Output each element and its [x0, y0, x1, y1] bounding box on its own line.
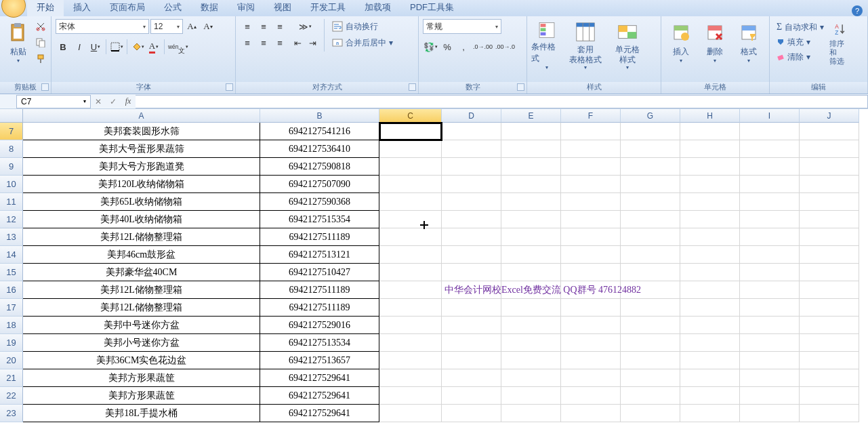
cell-E23[interactable] — [501, 405, 561, 422]
fill-button[interactable]: 填充▾ — [774, 35, 827, 49]
cell-B23[interactable]: 6942127529641 — [260, 405, 379, 422]
cell-J14[interactable] — [800, 246, 859, 264]
office-button[interactable] — [1, 0, 26, 18]
cell-F11[interactable] — [561, 193, 621, 211]
cell-B22[interactable]: 6942127529641 — [260, 387, 379, 405]
cell-E9[interactable] — [501, 158, 561, 176]
cell-A8[interactable]: 美邦大号蛋形果蔬筛 — [23, 140, 260, 158]
font-color-button[interactable]: A▾ — [146, 39, 161, 54]
cell-B11[interactable]: 6942127590368 — [260, 193, 379, 211]
fill-color-button[interactable]: ▾ — [130, 39, 145, 54]
grow-font-button[interactable]: A▴ — [184, 19, 199, 34]
cell-C16[interactable] — [379, 281, 442, 299]
cell-C11[interactable] — [379, 193, 442, 211]
cell-F20[interactable] — [561, 352, 621, 369]
font-name-combo[interactable]: 宋体▾ — [56, 19, 149, 34]
cell-I12[interactable] — [740, 211, 800, 228]
cell-F15[interactable] — [561, 264, 621, 281]
sort-filter-button[interactable]: AZ排序和 筛选 — [829, 19, 850, 70]
border-button[interactable]: ▾ — [109, 39, 124, 54]
cell-F18[interactable] — [561, 317, 621, 334]
cell-F22[interactable] — [561, 387, 621, 405]
row-head-22[interactable]: 22 — [0, 387, 23, 405]
cell-E7[interactable] — [501, 123, 561, 140]
cell-J11[interactable] — [800, 193, 859, 211]
col-head-D[interactable]: D — [442, 109, 501, 123]
cell-J9[interactable] — [800, 158, 859, 176]
shrink-font-button[interactable]: A▾ — [201, 19, 215, 34]
cell-E15[interactable] — [501, 264, 561, 281]
cell-J17[interactable] — [800, 299, 859, 317]
cell-J23[interactable] — [800, 405, 859, 422]
cell-B9[interactable]: 6942127590818 — [260, 158, 379, 176]
cell-H13[interactable] — [680, 228, 740, 246]
cell-J12[interactable] — [800, 211, 859, 228]
cell-C10[interactable] — [379, 176, 442, 193]
cell-F23[interactable] — [561, 405, 621, 422]
align-center-button[interactable]: ≡ — [256, 35, 271, 50]
cell-C15[interactable] — [379, 264, 442, 281]
cell-H19[interactable] — [680, 334, 740, 352]
orientation-button[interactable]: ≫▾ — [290, 19, 320, 34]
cell-G15[interactable] — [621, 264, 680, 281]
cell-C14[interactable] — [379, 246, 442, 264]
merge-center-button[interactable]: a合并后居中▾ — [329, 35, 403, 50]
cell-D17[interactable] — [442, 299, 501, 317]
cell-I23[interactable] — [740, 405, 800, 422]
cell-C22[interactable] — [379, 387, 442, 405]
cell-G19[interactable] — [621, 334, 680, 352]
cell-F9[interactable] — [561, 158, 621, 176]
cell-D20[interactable] — [442, 352, 501, 369]
cell-G20[interactable] — [621, 352, 680, 369]
row-head-21[interactable]: 21 — [0, 369, 23, 387]
increase-decimal-button[interactable]: .0→.00 — [472, 39, 493, 54]
wrap-text-button[interactable]: 自动换行 — [329, 19, 403, 34]
cell-J16[interactable] — [800, 281, 859, 299]
accounting-format-button[interactable]: 💱▾ — [423, 39, 438, 54]
format-painter-button[interactable] — [35, 53, 47, 65]
cell-G8[interactable] — [621, 140, 680, 158]
number-format-combo[interactable]: 常规▾ — [423, 19, 501, 34]
cell-D12[interactable] — [442, 211, 501, 228]
enter-formula-button[interactable]: ✓ — [106, 97, 121, 106]
cell-I17[interactable] — [740, 299, 800, 317]
cell-E12[interactable] — [501, 211, 561, 228]
cell-J8[interactable] — [800, 140, 859, 158]
cell-B17[interactable]: 6942127511189 — [260, 299, 379, 317]
cell-J10[interactable] — [800, 176, 859, 193]
align-bottom-button[interactable]: ≡ — [272, 19, 287, 34]
cell-E10[interactable] — [501, 176, 561, 193]
cell-D21[interactable] — [442, 369, 501, 387]
cell-C17[interactable] — [379, 299, 442, 317]
insert-cells-button[interactable]: 插入▾ — [665, 19, 697, 70]
cell-G7[interactable] — [621, 123, 680, 140]
cell-E19[interactable] — [501, 334, 561, 352]
cell-H14[interactable] — [680, 246, 740, 264]
cell-H22[interactable] — [680, 387, 740, 405]
cell-E17[interactable] — [501, 299, 561, 317]
cell-A18[interactable]: 美邦中号迷你方盆 — [23, 317, 260, 334]
col-head-G[interactable]: G — [621, 109, 680, 123]
name-box[interactable]: C7▾ — [16, 95, 91, 108]
cell-C20[interactable] — [379, 352, 442, 369]
cell-C13[interactable] — [379, 228, 442, 246]
cell-C7[interactable] — [379, 123, 442, 140]
row-head-14[interactable]: 14 — [0, 246, 23, 264]
cell-I16[interactable] — [740, 281, 800, 299]
cell-I21[interactable] — [740, 369, 800, 387]
cell-J22[interactable] — [800, 387, 859, 405]
col-head-J[interactable]: J — [800, 109, 859, 123]
tab-2[interactable]: 页面布局 — [100, 0, 154, 16]
row-head-13[interactable]: 13 — [0, 228, 23, 246]
cell-B20[interactable]: 6942127513657 — [260, 352, 379, 369]
percent-button[interactable]: % — [440, 39, 455, 54]
cell-I11[interactable] — [740, 193, 800, 211]
cell-A12[interactable]: 美邦40L收纳储物箱 — [23, 211, 260, 228]
row-head-12[interactable]: 12 — [0, 211, 23, 228]
cell-A7[interactable]: 美邦套装圆形水筛 — [23, 123, 260, 140]
cell-A11[interactable]: 美邦65L收纳储物箱 — [23, 193, 260, 211]
cell-F13[interactable] — [561, 228, 621, 246]
tab-5[interactable]: 审阅 — [228, 0, 264, 16]
row-head-17[interactable]: 17 — [0, 299, 23, 317]
cell-B14[interactable]: 6942127513121 — [260, 246, 379, 264]
